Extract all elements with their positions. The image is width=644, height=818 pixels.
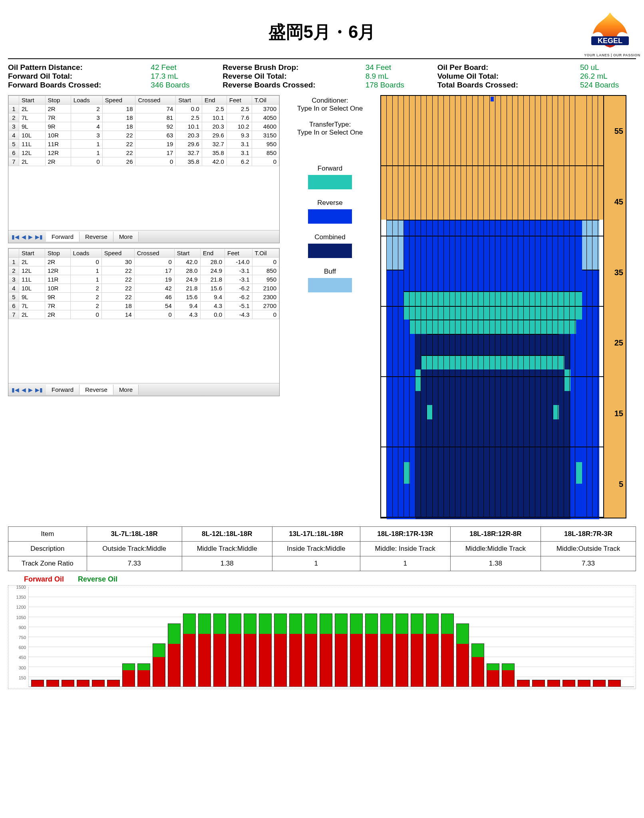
cell: 11R — [45, 275, 70, 284]
conditioner-select[interactable]: Type In or Select One — [286, 105, 374, 113]
table-row[interactable]: 612L12R1221732.735.83.1850 — [9, 149, 279, 157]
prev-icon[interactable]: ◀ — [21, 387, 27, 393]
first-icon[interactable]: ▮◀ — [11, 387, 20, 393]
column-header: Start — [19, 249, 45, 258]
cell: 10L — [19, 131, 46, 140]
zone-cell: Middle: Inside Track — [360, 542, 450, 556]
column-header: Feet — [227, 96, 252, 105]
legend-reverse-label: Reverse — [286, 199, 374, 207]
stat-label: Oil Per Board: — [437, 63, 489, 72]
chart-legend-forward: Forward Oil — [24, 575, 64, 583]
table-row[interactable]: 311L11R1221924.921.8-3.1950 — [9, 275, 279, 284]
chart-bar — [532, 680, 545, 687]
cell: 10.1 — [176, 122, 202, 131]
next-icon[interactable]: ▶ — [28, 234, 34, 240]
chart-bar — [380, 614, 393, 687]
cell: 21.8 — [174, 284, 200, 293]
table-row[interactable]: 212L12R1221728.024.9-3.1850 — [9, 266, 279, 275]
cell: 4.3 — [174, 310, 200, 319]
table-row[interactable]: 12L2R030042.028.0-14.00 — [9, 258, 279, 266]
cell: 1 — [71, 149, 102, 157]
stat-value: 50 uL — [580, 63, 636, 72]
grid-nav[interactable]: ▮◀ ◀ ▶ ▶▮ — [8, 387, 46, 393]
chart-bar — [335, 614, 348, 687]
cell: 2.5 — [202, 105, 227, 113]
chart-bar — [62, 680, 74, 687]
table-row[interactable]: 72L2R026035.842.06.20 — [9, 157, 279, 166]
cell: 22 — [102, 149, 135, 157]
cell: 950 — [252, 275, 279, 284]
cell: 2 — [71, 105, 102, 113]
column-header: Speed — [101, 249, 134, 258]
ytick: 55 — [614, 127, 623, 136]
cell: 22 — [101, 284, 134, 293]
last-icon[interactable]: ▶▮ — [34, 387, 44, 393]
table-row[interactable]: 72L2R01404.30.0-4.30 — [9, 310, 279, 319]
svg-text:KEGEL: KEGEL — [598, 37, 622, 45]
table-row[interactable]: 27L7R318812.510.17.64050 — [9, 113, 279, 122]
table-row[interactable]: 12L2R218740.02.52.53700 — [9, 105, 279, 113]
chart-bar — [426, 614, 439, 687]
cell: 9L — [19, 122, 46, 131]
tab-more[interactable]: More — [113, 385, 139, 395]
tab-forward[interactable]: Forward — [46, 385, 80, 395]
stat-label: Reverse Brush Drop: — [223, 63, 298, 72]
stat-label: Forward Oil Total: — [8, 72, 72, 81]
chart-bar — [396, 614, 408, 687]
cell: 1 — [70, 266, 101, 275]
column-header: Start — [176, 96, 202, 105]
chart-bar — [153, 643, 165, 687]
tab-more[interactable]: More — [113, 232, 139, 242]
stat-value: 17.3 mL — [151, 72, 207, 81]
chart-legend: Forward Oil Reverse Oil — [24, 575, 636, 584]
lane-marker-icon — [491, 97, 494, 101]
legend-reverse-swatch — [308, 209, 352, 224]
conditioner-label: Conditioner: — [286, 97, 374, 105]
stat-value: 34 Feet — [366, 63, 421, 72]
last-icon[interactable]: ▶▮ — [34, 234, 44, 240]
tab-forward[interactable]: Forward — [46, 232, 80, 242]
cell: 74 — [135, 105, 176, 113]
cell: 22 — [102, 140, 135, 149]
chart-bar — [563, 680, 575, 687]
cell: 24.9 — [174, 275, 200, 284]
first-icon[interactable]: ▮◀ — [11, 234, 20, 240]
cell: 15.6 — [200, 284, 225, 293]
cell: 30 — [101, 258, 134, 266]
cell: 18 — [101, 302, 134, 310]
chart-bar — [183, 614, 196, 687]
cell: 4050 — [252, 113, 279, 122]
table-row[interactable]: 410L10R2224221.815.6-6.22100 — [9, 284, 279, 293]
next-icon[interactable]: ▶ — [28, 387, 34, 393]
grid-nav[interactable]: ▮◀ ◀ ▶ ▶▮ — [8, 234, 46, 240]
prev-icon[interactable]: ◀ — [21, 234, 27, 240]
cell: 1 — [70, 275, 101, 284]
zone-cell: 1.38 — [450, 556, 541, 571]
cell: 2L — [19, 157, 46, 166]
chart-bar — [168, 623, 181, 687]
table-row[interactable]: 39L9R4189210.120.310.24600 — [9, 122, 279, 131]
chart-ytick: 450 — [8, 655, 26, 660]
stat-label: Oil Pattern Distance: — [8, 63, 83, 72]
chart-bar — [502, 663, 515, 687]
cell: 2 — [70, 302, 101, 310]
cell: 2100 — [252, 284, 279, 293]
column-header: Feet — [225, 249, 252, 258]
forward-grid: StartStopLoadsSpeedCrossedStartEndFeetT.… — [8, 95, 280, 243]
cell: -3.1 — [225, 266, 252, 275]
tab-reverse[interactable]: Reverse — [80, 232, 113, 242]
cell: 0 — [134, 310, 174, 319]
cell: 3150 — [252, 131, 279, 140]
chart-bar — [411, 614, 423, 687]
cell: 3.1 — [227, 140, 252, 149]
transfer-select[interactable]: Type In or Select One — [286, 129, 374, 137]
cell: 6.2 — [227, 157, 252, 166]
tab-reverse[interactable]: Reverse — [80, 385, 113, 395]
legend-buff-label: Buff — [286, 268, 374, 276]
table-row[interactable]: 511L11R1221929.632.73.1950 — [9, 140, 279, 149]
table-row[interactable]: 410L10R3226320.329.69.33150 — [9, 131, 279, 140]
cell: 4 — [71, 122, 102, 131]
table-row[interactable]: 67L7R218549.44.3-5.12700 — [9, 302, 279, 310]
reverse-grid: StartStopLoadsSpeedCrossedStartEndFeetT.… — [8, 248, 280, 396]
table-row[interactable]: 59L9R2224615.69.4-6.22300 — [9, 293, 279, 302]
